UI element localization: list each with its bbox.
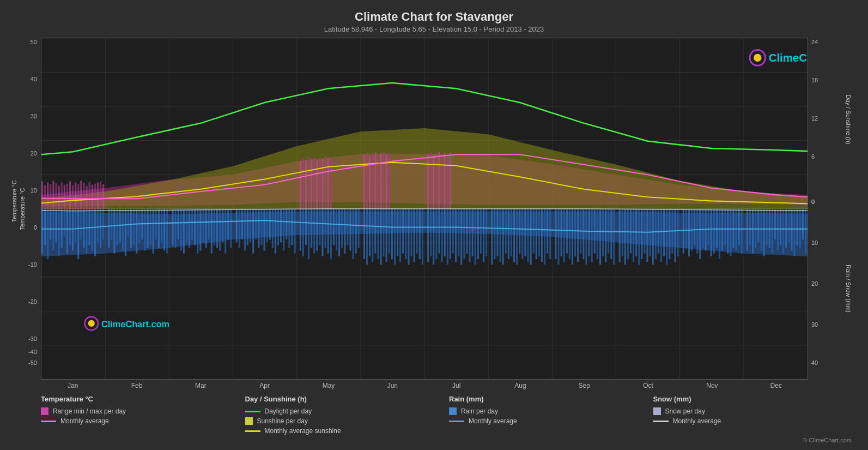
svg-rect-290 [769, 209, 770, 248]
svg-rect-305 [44, 185, 46, 209]
x-label-mar: Mar [169, 380, 233, 391]
svg-text:50: 50 [31, 39, 37, 45]
svg-text:18: 18 [811, 77, 818, 83]
svg-rect-243 [633, 209, 634, 262]
svg-rect-90 [189, 209, 190, 248]
legend-label-monthly-avg-temp: Monthly average [60, 417, 109, 425]
svg-rect-299 [794, 209, 796, 256]
svg-rect-318 [80, 181, 82, 208]
svg-rect-188 [472, 209, 474, 256]
svg-rect-337 [327, 158, 329, 208]
legend-item-range: Range min / max per day [41, 407, 245, 415]
svg-rect-156 [380, 209, 381, 265]
svg-rect-116 [264, 209, 265, 251]
svg-rect-269 [708, 209, 709, 245]
svg-rect-168 [414, 209, 415, 262]
svg-rect-198 [502, 209, 504, 265]
svg-rect-169 [416, 209, 418, 254]
svg-text:ClimeChart.com: ClimeChart.com [769, 51, 808, 64]
swatch-range [41, 407, 48, 415]
chart-svg: ClimeChart.com ClimeChart.com [41, 38, 808, 379]
svg-rect-134 [316, 209, 318, 251]
svg-rect-110 [247, 209, 248, 245]
legend-item-sunshine-per-day: Sunshine per day [245, 417, 450, 425]
svg-rect-275 [724, 209, 726, 245]
svg-rect-220 [566, 209, 568, 254]
svg-rect-49 [69, 209, 71, 245]
svg-rect-213 [544, 209, 545, 265]
svg-rect-63 [111, 209, 112, 239]
svg-text:30: 30 [811, 321, 818, 328]
svg-rect-159 [389, 209, 390, 254]
legend-col-title-temp: Temperature °C [41, 395, 245, 403]
svg-rect-327 [300, 161, 301, 209]
svg-rect-295 [782, 209, 784, 254]
svg-point-362 [88, 320, 95, 327]
svg-rect-308 [52, 181, 54, 208]
x-label-jan: Jan [41, 380, 105, 391]
x-label-feb: Feb [105, 380, 168, 391]
svg-rect-324 [97, 183, 99, 209]
svg-rect-297 [788, 209, 790, 243]
svg-rect-48 [66, 209, 68, 254]
svg-rect-266 [699, 209, 701, 259]
svg-rect-238 [619, 209, 621, 262]
svg-rect-129 [302, 209, 304, 256]
svg-rect-283 [749, 209, 751, 245]
svg-rect-50 [72, 209, 74, 251]
svg-rect-172 [427, 209, 429, 262]
svg-rect-231 [597, 209, 598, 259]
svg-rect-285 [755, 209, 756, 248]
svg-rect-189 [475, 209, 476, 265]
svg-rect-319 [83, 183, 84, 209]
svg-rect-40 [44, 209, 46, 245]
svg-rect-84 [172, 209, 173, 245]
svg-rect-332 [313, 157, 315, 208]
legend-item-daylight: Daylight per day [245, 407, 450, 415]
svg-rect-277 [730, 209, 731, 256]
svg-rect-195 [494, 209, 495, 259]
swatch-rain [449, 407, 457, 415]
legend-label-rain-per-day: Rain per day [461, 407, 498, 415]
svg-rect-87 [180, 209, 182, 251]
svg-rect-58 [94, 209, 96, 256]
svg-rect-228 [588, 209, 590, 256]
svg-rect-287 [760, 209, 762, 251]
svg-rect-208 [530, 209, 532, 265]
svg-rect-91 [191, 209, 193, 239]
svg-text:40: 40 [31, 76, 37, 82]
svg-rect-320 [86, 186, 88, 209]
svg-rect-92 [194, 209, 196, 245]
legend-col-title-snow: Snow (mm) [653, 395, 858, 403]
svg-rect-101 [219, 209, 221, 251]
y-left-svg: 50 40 30 20 10 0 -10 -20 -30 -40 -50 Tem… [11, 38, 41, 380]
svg-rect-205 [521, 209, 523, 259]
svg-rect-196 [496, 209, 498, 256]
svg-rect-251 [655, 209, 657, 259]
svg-rect-276 [727, 209, 729, 254]
svg-text:30: 30 [31, 113, 37, 119]
legend-col-title-sunshine: Day / Sunshine (h) [245, 395, 450, 403]
svg-rect-112 [252, 209, 254, 254]
svg-rect-95 [202, 209, 204, 243]
svg-rect-165 [405, 209, 406, 259]
svg-rect-232 [599, 209, 601, 265]
svg-rect-150 [363, 209, 365, 259]
svg-rect-73 [138, 209, 140, 243]
svg-text:-40: -40 [28, 349, 37, 355]
svg-rect-42 [50, 209, 51, 239]
svg-text:Day / Sunshine (h): Day / Sunshine (h) [845, 94, 852, 144]
svg-rect-45 [58, 209, 60, 256]
svg-rect-321 [89, 182, 90, 209]
svg-rect-261 [685, 209, 687, 248]
svg-rect-227 [585, 209, 587, 265]
svg-rect-100 [216, 209, 218, 248]
svg-rect-260 [683, 209, 684, 254]
svg-rect-146 [349, 209, 351, 251]
svg-rect-178 [444, 209, 446, 256]
svg-rect-333 [316, 161, 318, 209]
svg-rect-78 [153, 209, 154, 254]
svg-text:6: 6 [811, 153, 815, 160]
svg-rect-65 [117, 209, 118, 245]
svg-rect-286 [757, 209, 759, 243]
